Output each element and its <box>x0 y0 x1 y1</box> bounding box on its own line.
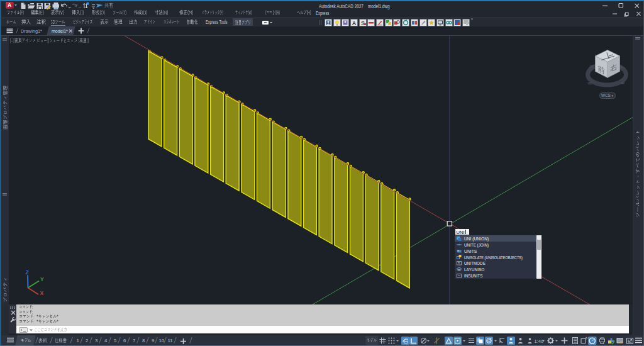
svg-text:Y: Y <box>40 276 44 282</box>
svg-text:X: X <box>40 289 43 296</box>
svg-text:Z: Z <box>25 269 28 275</box>
svg-text:A: A <box>352 20 357 26</box>
